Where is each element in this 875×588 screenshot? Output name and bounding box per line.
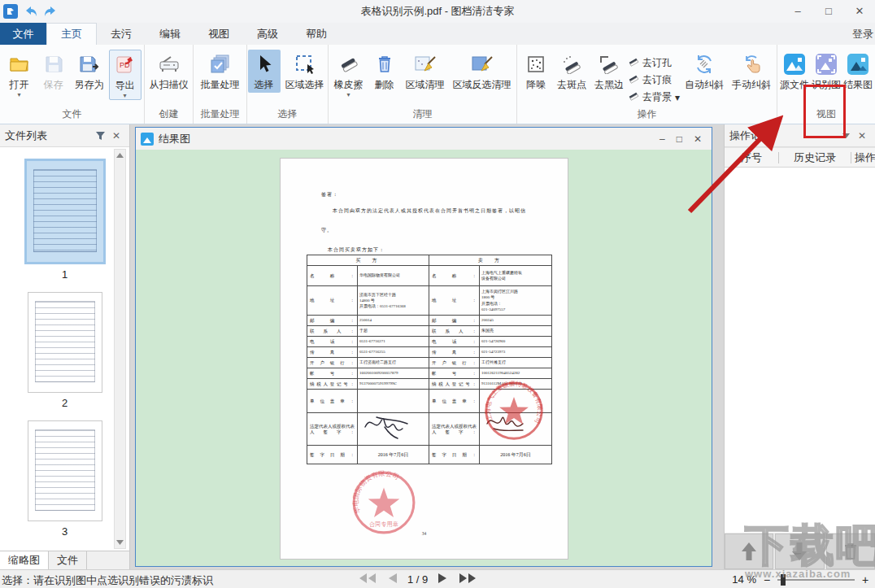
row-value: 91310112MA1GB00119 <box>480 379 552 390</box>
group-label-clean: 清理 <box>329 107 516 124</box>
mini-eraser-icon <box>629 75 639 86</box>
tab-thumbnail[interactable]: 缩略图 <box>0 551 49 569</box>
remove-black-edge-button[interactable]: 去黑边 <box>591 50 627 93</box>
maximize-icon[interactable]: □ <box>813 0 844 21</box>
scroll-down-icon[interactable] <box>115 537 125 548</box>
zoom-slider-handle[interactable] <box>781 574 786 586</box>
mini-eraser-icon <box>629 92 639 103</box>
login-link[interactable]: 登录 <box>846 27 875 41</box>
result-view-button[interactable]: 结果图 <box>842 50 873 93</box>
thumbnail-item-1[interactable]: 1 <box>23 159 107 281</box>
despeckle-icon <box>561 52 582 76</box>
despeckle-button[interactable]: 去斑点 <box>554 50 590 93</box>
doc-paragraph-1: 本合同由双方的法定代表人或其授权代表在合同开首书明之日期签署，以昭信 <box>333 207 532 215</box>
filter-icon[interactable] <box>92 128 108 144</box>
row-value: 上海市闵行区江川路 1800 号 开票电话： 021-34097557 <box>480 286 552 316</box>
row-label: 联系人： <box>429 326 480 337</box>
export-button[interactable]: PD 导出 ▾ <box>109 50 141 100</box>
row-value: 济南市历下区经十路 14800 号 开票电话：0531-67716368 <box>358 286 429 316</box>
tab-home[interactable]: 主页 <box>46 23 97 45</box>
thumbnail-page-2[interactable] <box>28 292 102 393</box>
first-page-icon[interactable] <box>358 573 377 586</box>
thumbnail-page-1[interactable] <box>24 159 106 264</box>
delete-button[interactable]: 删除 <box>368 50 401 93</box>
thumbnail-content <box>35 301 95 382</box>
clear-history-button[interactable] <box>826 534 875 569</box>
tab-stain[interactable]: 去污 <box>97 23 146 45</box>
doc-page-number: 34 <box>281 531 568 536</box>
save-button[interactable]: 保存 <box>37 50 70 93</box>
scroll-up-icon[interactable] <box>115 150 125 161</box>
tab-advanced[interactable]: 高级 <box>243 23 292 45</box>
minimize-icon[interactable]: – <box>782 0 813 21</box>
batch-process-button[interactable]: 批量处理 <box>198 50 243 93</box>
remove-staple-mark-button[interactable]: 去订痕 <box>629 73 680 87</box>
zoom-slider[interactable] <box>777 579 855 581</box>
titlebar: 表格识别示例.pdf - 图档清洁专家 – □ ✕ <box>0 0 875 23</box>
open-button[interactable]: 打开 ▾ <box>3 50 36 98</box>
row-value: 华电国际物资有限公司 <box>358 266 429 286</box>
chevron-down-icon: ▾ <box>17 92 20 98</box>
row-value: 2016 年7月6日 <box>358 446 429 464</box>
from-scanner-button[interactable]: 从扫描仪 <box>146 50 192 93</box>
row-label: 签字日期： <box>307 446 358 464</box>
previous-page-icon[interactable] <box>387 573 398 586</box>
inner-close-icon[interactable]: ✕ <box>694 133 702 145</box>
close-panel-icon[interactable]: ✕ <box>854 128 870 144</box>
column-序号[interactable]: 序号 <box>725 150 778 165</box>
region-invert-clean-button[interactable]: 区域反选清理 <box>450 50 515 93</box>
recognition-view-button[interactable]: 识别图 <box>811 50 842 93</box>
tab-help[interactable]: 帮助 <box>292 23 341 45</box>
row-value: 200245 <box>480 316 552 326</box>
tab-files[interactable]: 文件 <box>49 551 87 569</box>
sidebar-scrollbar[interactable] <box>114 149 126 549</box>
panel-dropdown-icon[interactable] <box>838 128 854 144</box>
close-panel-icon[interactable]: ✕ <box>108 128 124 144</box>
tab-edit[interactable]: 编辑 <box>146 23 194 45</box>
result-image-canvas[interactable]: 签署： 本合同由双方的法定代表人或其授权代表在合同开首书明之日期签署，以昭信 守… <box>136 150 712 566</box>
region-clean-icon <box>414 52 437 76</box>
thumbnail-list: 1 2 3 <box>0 147 129 551</box>
document-page: 签署： 本合同由双方的法定代表人或其授权代表在合同开首书明之日期签署，以昭信 守… <box>280 158 568 560</box>
thumbnail-item-3[interactable]: 3 <box>23 420 107 538</box>
row-label: 名称： <box>307 266 358 286</box>
move-up-button[interactable] <box>725 534 773 569</box>
auto-deskew-button[interactable]: 自动纠斜 <box>681 50 727 93</box>
eraser-button[interactable]: 橡皮擦 ▾ <box>331 50 367 98</box>
result-window-titlebar[interactable]: 结果图 – □ ✕ <box>136 128 712 150</box>
tab-file[interactable]: 文件 <box>0 23 46 45</box>
thumbnail-page-3[interactable] <box>28 420 102 521</box>
buyer-header: 买 方 <box>307 255 429 266</box>
remove-punch-hole-button[interactable]: 去订孔 <box>629 56 680 70</box>
manual-deskew-button[interactable]: 手动纠斜 <box>729 50 774 93</box>
column-操作[interactable]: 操作 <box>851 150 875 165</box>
source-view-button[interactable]: 源文件 <box>779 50 810 93</box>
undo-button[interactable] <box>23 3 41 20</box>
ribbon-group-operation: 降噪 去斑点 去黑边 去订孔 <box>517 45 777 124</box>
inner-maximize-icon[interactable]: □ <box>677 133 682 145</box>
last-page-icon[interactable] <box>458 573 477 586</box>
inner-minimize-icon[interactable]: – <box>660 133 665 145</box>
move-down-button[interactable] <box>775 534 824 569</box>
next-page-icon[interactable] <box>438 573 448 586</box>
column-历史记录[interactable]: 历史记录 <box>779 150 851 165</box>
region-select-button[interactable]: 区域选择 <box>282 50 328 93</box>
save-as-button[interactable]: 另存为 <box>72 50 107 93</box>
trash-icon <box>842 542 859 561</box>
auto-deskew-icon <box>693 52 716 76</box>
statusbar: 选择：请在识别图中点选识别错误的污渍标识 1 / 9 14 % − + <box>0 569 875 588</box>
thumbnail-item-2[interactable]: 2 <box>23 292 107 409</box>
remove-background-button[interactable]: 去背景 ▾ <box>629 90 680 104</box>
redo-button[interactable] <box>41 3 59 20</box>
denoise-button[interactable]: 降噪 <box>520 50 552 93</box>
row-label: 帐号： <box>307 368 358 379</box>
close-icon[interactable]: ✕ <box>844 0 875 21</box>
tab-view[interactable]: 视图 <box>194 23 243 45</box>
zoom-out-button[interactable]: − <box>762 573 772 586</box>
region-clean-button[interactable]: 区域清理 <box>403 50 448 93</box>
select-button[interactable]: 选择 <box>248 50 281 93</box>
row-label: 签字日期： <box>429 446 480 464</box>
operation-record-panel: 操作记录 ✕ 序号 历史记录 操作 <box>724 124 875 569</box>
zoom-in-button[interactable]: + <box>860 573 870 586</box>
arrow-up-icon <box>740 541 758 562</box>
